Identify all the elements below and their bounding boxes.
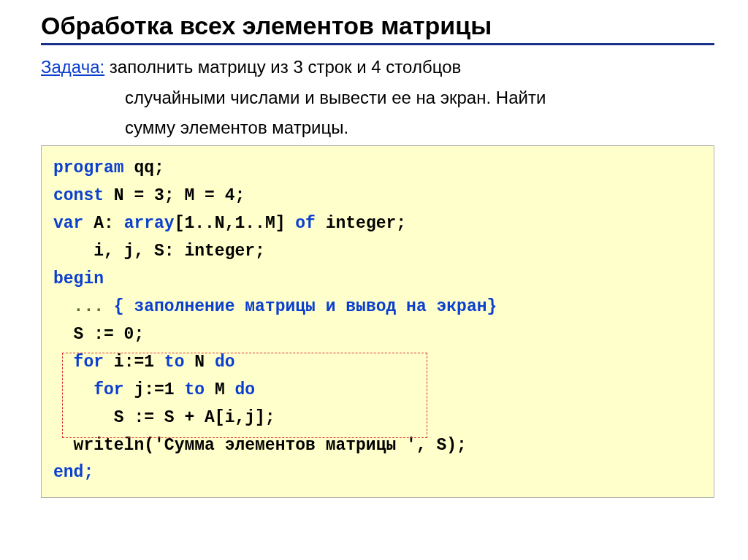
comment: { заполнение матрицы и вывод на экран} bbox=[104, 297, 497, 316]
code-text: A: bbox=[83, 214, 123, 233]
code-text: integer; bbox=[316, 214, 406, 233]
ellipsis: ... bbox=[74, 297, 104, 316]
code-block: program qq; const N = 3; M = 4; var A: a… bbox=[41, 145, 714, 498]
kw-const: const bbox=[53, 186, 104, 205]
code-text bbox=[53, 297, 74, 316]
highlight-box bbox=[62, 353, 427, 438]
task-line-2: случайными числами и вывести ее на экран… bbox=[125, 86, 714, 110]
task-line-1: Задача: заполнить матрицу из 3 строк и 4… bbox=[41, 55, 714, 79]
task-label: Задача: bbox=[41, 57, 104, 77]
task-text-1: заполнить матрицу из 3 строк и 4 столбцо… bbox=[104, 57, 461, 77]
kw-program: program bbox=[53, 158, 124, 177]
code-text: S := 0; bbox=[53, 325, 144, 344]
kw-var: var bbox=[53, 214, 83, 233]
slide-title: Обработка всех элементов матрицы bbox=[41, 12, 714, 40]
task-line-3: сумму элементов матрицы. bbox=[125, 116, 714, 139]
code-text: i, j, S: integer; bbox=[53, 242, 265, 261]
kw-end: end; bbox=[53, 463, 94, 482]
kw-begin: begin bbox=[53, 269, 104, 288]
code-text: N = 3; M = 4; bbox=[104, 186, 245, 205]
code-text: qq; bbox=[124, 158, 164, 177]
title-underline bbox=[41, 43, 714, 45]
code-text: [1..N,1..M] bbox=[175, 214, 296, 233]
kw-array: array bbox=[124, 214, 175, 233]
kw-of: of bbox=[295, 214, 316, 233]
code-text: writeln('Сумма элементов матрицы ', S); bbox=[53, 436, 467, 455]
